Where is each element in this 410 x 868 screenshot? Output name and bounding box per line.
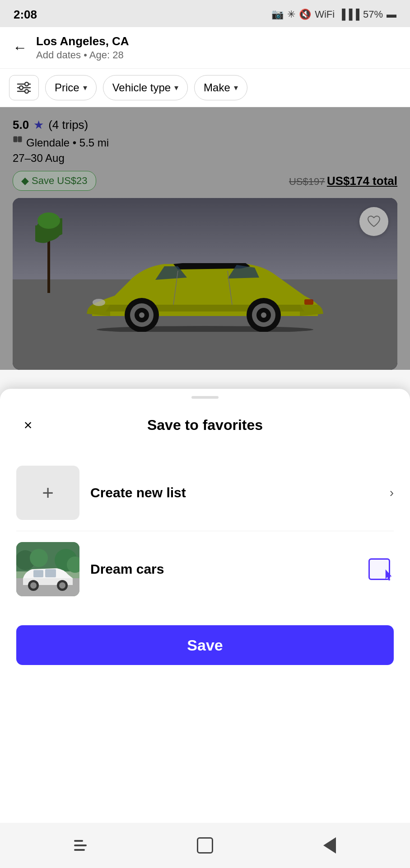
svg-point-13 bbox=[97, 326, 313, 332]
background-content: 5.0 ★ (4 trips) Glendale • 5.5 mi 27–30 … bbox=[0, 107, 410, 370]
dream-cars-thumbnail bbox=[16, 542, 79, 596]
camera-icon: 📷 bbox=[271, 9, 284, 20]
rating-value: 5.0 bbox=[13, 118, 29, 132]
vehicle-type-filter-label: Vehicle type bbox=[112, 81, 171, 94]
status-time: 2:08 bbox=[14, 8, 37, 22]
heart-button[interactable] bbox=[359, 207, 388, 236]
svg-point-5 bbox=[25, 90, 28, 93]
nav-menu-button[interactable] bbox=[65, 832, 96, 859]
back-chevron-icon bbox=[323, 837, 336, 854]
svg-point-1 bbox=[25, 82, 28, 86]
svg-point-34 bbox=[30, 582, 37, 589]
status-icons: 📷 ✳ 🔇 WiFi ▐▐▐ 57% ▬ bbox=[271, 9, 396, 20]
menu-line-3 bbox=[74, 849, 85, 851]
battery-level: 57% bbox=[363, 9, 383, 20]
listing-info: 5.0 ★ (4 trips) Glendale • 5.5 mi 27–30 … bbox=[13, 118, 397, 198]
search-location: Los Angeles, CA bbox=[36, 34, 399, 48]
filter-bar: Price ▾ Vehicle type ▾ Make ▾ bbox=[0, 69, 410, 107]
cursor-pointer-icon bbox=[384, 569, 396, 585]
location-text: Glendale • 5.5 mi bbox=[26, 137, 109, 149]
favorites-list: + Create new list › bbox=[0, 446, 410, 616]
dream-cars-select-button[interactable] bbox=[365, 555, 394, 584]
svg-point-36 bbox=[59, 582, 65, 589]
back-button[interactable]: ← bbox=[11, 38, 29, 58]
menu-line-1 bbox=[74, 840, 83, 842]
car-image-container bbox=[13, 198, 397, 370]
svg-point-22 bbox=[93, 299, 105, 306]
date-row: 27–30 Aug bbox=[13, 152, 397, 165]
save-amount: Save US$23 bbox=[32, 175, 88, 187]
svg-rect-23 bbox=[304, 299, 313, 305]
make-filter-label: Make bbox=[204, 81, 230, 94]
search-header: ← Los Angeles, CA Add dates • Age: 28 bbox=[0, 27, 410, 69]
make-filter-chip[interactable]: Make ▾ bbox=[194, 75, 247, 100]
save-badge: ◆ Save US$23 bbox=[13, 171, 96, 191]
plus-icon: + bbox=[42, 481, 54, 504]
svg-point-3 bbox=[19, 86, 23, 90]
mute-icon: 🔇 bbox=[299, 9, 311, 20]
svg-rect-7 bbox=[18, 137, 22, 142]
status-bar: 2:08 📷 ✳ 🔇 WiFi ▐▐▐ 57% ▬ bbox=[0, 0, 410, 27]
svg-rect-6 bbox=[14, 137, 17, 142]
star-icon: ★ bbox=[33, 118, 44, 132]
diamond-icon: ◆ bbox=[21, 175, 29, 187]
save-to-favorites-modal: × Save to favorites + Create new list › bbox=[0, 389, 410, 868]
svg-point-12 bbox=[37, 212, 60, 229]
svg-rect-31 bbox=[33, 570, 43, 577]
nav-back-button[interactable] bbox=[314, 832, 345, 859]
trips-text: (4 trips) bbox=[48, 118, 88, 132]
save-button[interactable]: Save bbox=[16, 625, 394, 665]
filter-icon-button[interactable] bbox=[9, 75, 39, 100]
svg-point-17 bbox=[139, 312, 144, 318]
wifi-icon: WiFi bbox=[315, 9, 335, 20]
palm-tree bbox=[35, 203, 62, 295]
create-new-list-item[interactable]: + Create new list › bbox=[16, 455, 394, 531]
dream-cars-label: Dream cars bbox=[90, 561, 354, 577]
location-icon bbox=[13, 136, 23, 150]
price-row: ◆ Save US$23 US$197 US$174 total bbox=[13, 171, 397, 191]
corvette-image bbox=[74, 241, 336, 334]
modal-header: × Save to favorites bbox=[0, 399, 410, 446]
search-info: Los Angeles, CA Add dates • Age: 28 bbox=[36, 34, 399, 61]
battery-icon: ▬ bbox=[387, 9, 396, 20]
menu-line-2 bbox=[74, 844, 87, 846]
close-button[interactable]: × bbox=[16, 413, 40, 437]
make-chevron-icon: ▾ bbox=[234, 83, 238, 93]
svg-rect-8 bbox=[47, 239, 50, 293]
search-details: Add dates • Age: 28 bbox=[36, 49, 399, 61]
final-price: US$174 total bbox=[327, 174, 397, 188]
create-new-thumbnail: + bbox=[16, 466, 79, 520]
vehicle-type-chevron-icon: ▾ bbox=[174, 83, 178, 93]
original-price: US$197 bbox=[289, 176, 325, 187]
vehicle-type-filter-chip[interactable]: Vehicle type ▾ bbox=[103, 75, 188, 100]
signal-icon: ▐▐▐ bbox=[338, 9, 359, 20]
dream-cars-list-item[interactable]: Dream cars bbox=[16, 531, 394, 607]
home-icon bbox=[197, 837, 213, 854]
menu-icon bbox=[74, 840, 87, 851]
modal-title: Save to favorites bbox=[40, 417, 370, 434]
rating-row: 5.0 ★ (4 trips) bbox=[13, 118, 397, 132]
create-new-arrow-icon: › bbox=[390, 486, 394, 500]
price-filter-chip[interactable]: Price ▾ bbox=[45, 75, 97, 100]
location-row: Glendale • 5.5 mi bbox=[13, 136, 397, 150]
price-info: US$197 US$174 total bbox=[289, 174, 397, 188]
svg-rect-32 bbox=[45, 569, 56, 577]
bluetooth-icon: ✳ bbox=[287, 9, 295, 20]
svg-point-21 bbox=[261, 312, 266, 318]
price-filter-label: Price bbox=[55, 81, 79, 94]
create-new-label: Create new list bbox=[90, 485, 379, 500]
price-chevron-icon: ▾ bbox=[83, 83, 87, 93]
navigation-bar bbox=[0, 823, 410, 868]
svg-point-27 bbox=[30, 549, 48, 567]
nav-home-button[interactable] bbox=[189, 832, 221, 859]
